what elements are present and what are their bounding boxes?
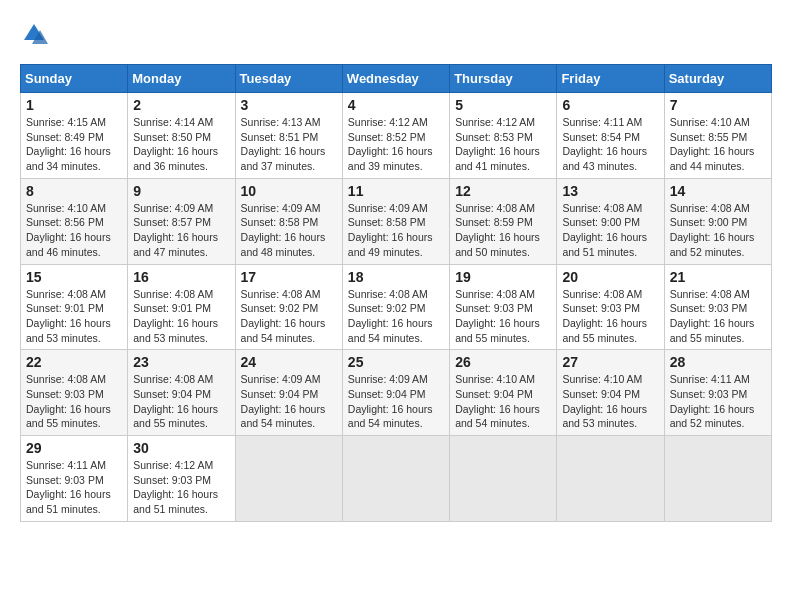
day-number: 30 <box>133 440 229 456</box>
day-info: Sunrise: 4:12 AM Sunset: 8:52 PM Dayligh… <box>348 115 444 174</box>
calendar-cell: 15Sunrise: 4:08 AM Sunset: 9:01 PM Dayli… <box>21 264 128 350</box>
day-info: Sunrise: 4:10 AM Sunset: 9:04 PM Dayligh… <box>562 372 658 431</box>
calendar-cell: 1Sunrise: 4:15 AM Sunset: 8:49 PM Daylig… <box>21 93 128 179</box>
calendar-cell: 25Sunrise: 4:09 AM Sunset: 9:04 PM Dayli… <box>342 350 449 436</box>
day-number: 17 <box>241 269 337 285</box>
day-number: 11 <box>348 183 444 199</box>
calendar-cell <box>342 436 449 522</box>
day-info: Sunrise: 4:13 AM Sunset: 8:51 PM Dayligh… <box>241 115 337 174</box>
header-day-monday: Monday <box>128 65 235 93</box>
day-number: 29 <box>26 440 122 456</box>
calendar-cell: 6Sunrise: 4:11 AM Sunset: 8:54 PM Daylig… <box>557 93 664 179</box>
calendar-cell: 28Sunrise: 4:11 AM Sunset: 9:03 PM Dayli… <box>664 350 771 436</box>
calendar-cell <box>557 436 664 522</box>
calendar-cell: 19Sunrise: 4:08 AM Sunset: 9:03 PM Dayli… <box>450 264 557 350</box>
page-header <box>20 20 772 48</box>
day-number: 9 <box>133 183 229 199</box>
header-day-friday: Friday <box>557 65 664 93</box>
week-row-3: 15Sunrise: 4:08 AM Sunset: 9:01 PM Dayli… <box>21 264 772 350</box>
calendar-cell: 29Sunrise: 4:11 AM Sunset: 9:03 PM Dayli… <box>21 436 128 522</box>
week-row-1: 1Sunrise: 4:15 AM Sunset: 8:49 PM Daylig… <box>21 93 772 179</box>
day-info: Sunrise: 4:11 AM Sunset: 9:03 PM Dayligh… <box>670 372 766 431</box>
calendar-cell: 3Sunrise: 4:13 AM Sunset: 8:51 PM Daylig… <box>235 93 342 179</box>
day-number: 2 <box>133 97 229 113</box>
day-info: Sunrise: 4:12 AM Sunset: 8:53 PM Dayligh… <box>455 115 551 174</box>
logo-icon <box>20 20 48 48</box>
day-number: 12 <box>455 183 551 199</box>
day-number: 21 <box>670 269 766 285</box>
day-number: 1 <box>26 97 122 113</box>
day-info: Sunrise: 4:09 AM Sunset: 8:58 PM Dayligh… <box>348 201 444 260</box>
day-info: Sunrise: 4:09 AM Sunset: 9:04 PM Dayligh… <box>241 372 337 431</box>
header-day-thursday: Thursday <box>450 65 557 93</box>
week-row-2: 8Sunrise: 4:10 AM Sunset: 8:56 PM Daylig… <box>21 178 772 264</box>
day-info: Sunrise: 4:08 AM Sunset: 9:00 PM Dayligh… <box>562 201 658 260</box>
day-info: Sunrise: 4:08 AM Sunset: 8:59 PM Dayligh… <box>455 201 551 260</box>
day-info: Sunrise: 4:09 AM Sunset: 8:57 PM Dayligh… <box>133 201 229 260</box>
calendar-cell: 8Sunrise: 4:10 AM Sunset: 8:56 PM Daylig… <box>21 178 128 264</box>
day-info: Sunrise: 4:08 AM Sunset: 9:02 PM Dayligh… <box>348 287 444 346</box>
day-number: 26 <box>455 354 551 370</box>
day-info: Sunrise: 4:10 AM Sunset: 8:55 PM Dayligh… <box>670 115 766 174</box>
calendar-cell <box>235 436 342 522</box>
calendar-cell: 22Sunrise: 4:08 AM Sunset: 9:03 PM Dayli… <box>21 350 128 436</box>
calendar-cell: 30Sunrise: 4:12 AM Sunset: 9:03 PM Dayli… <box>128 436 235 522</box>
day-number: 10 <box>241 183 337 199</box>
calendar-cell: 26Sunrise: 4:10 AM Sunset: 9:04 PM Dayli… <box>450 350 557 436</box>
day-number: 24 <box>241 354 337 370</box>
day-number: 25 <box>348 354 444 370</box>
calendar-cell: 20Sunrise: 4:08 AM Sunset: 9:03 PM Dayli… <box>557 264 664 350</box>
day-info: Sunrise: 4:14 AM Sunset: 8:50 PM Dayligh… <box>133 115 229 174</box>
day-info: Sunrise: 4:10 AM Sunset: 8:56 PM Dayligh… <box>26 201 122 260</box>
calendar-cell: 17Sunrise: 4:08 AM Sunset: 9:02 PM Dayli… <box>235 264 342 350</box>
day-number: 20 <box>562 269 658 285</box>
day-number: 16 <box>133 269 229 285</box>
day-number: 15 <box>26 269 122 285</box>
day-info: Sunrise: 4:08 AM Sunset: 9:03 PM Dayligh… <box>455 287 551 346</box>
calendar-cell: 12Sunrise: 4:08 AM Sunset: 8:59 PM Dayli… <box>450 178 557 264</box>
day-info: Sunrise: 4:09 AM Sunset: 8:58 PM Dayligh… <box>241 201 337 260</box>
calendar: SundayMondayTuesdayWednesdayThursdayFrid… <box>20 64 772 522</box>
calendar-cell: 14Sunrise: 4:08 AM Sunset: 9:00 PM Dayli… <box>664 178 771 264</box>
week-row-4: 22Sunrise: 4:08 AM Sunset: 9:03 PM Dayli… <box>21 350 772 436</box>
week-row-5: 29Sunrise: 4:11 AM Sunset: 9:03 PM Dayli… <box>21 436 772 522</box>
day-info: Sunrise: 4:15 AM Sunset: 8:49 PM Dayligh… <box>26 115 122 174</box>
calendar-cell: 18Sunrise: 4:08 AM Sunset: 9:02 PM Dayli… <box>342 264 449 350</box>
day-info: Sunrise: 4:10 AM Sunset: 9:04 PM Dayligh… <box>455 372 551 431</box>
calendar-cell: 10Sunrise: 4:09 AM Sunset: 8:58 PM Dayli… <box>235 178 342 264</box>
day-info: Sunrise: 4:09 AM Sunset: 9:04 PM Dayligh… <box>348 372 444 431</box>
day-number: 14 <box>670 183 766 199</box>
calendar-cell: 16Sunrise: 4:08 AM Sunset: 9:01 PM Dayli… <box>128 264 235 350</box>
day-info: Sunrise: 4:11 AM Sunset: 9:03 PM Dayligh… <box>26 458 122 517</box>
logo <box>20 20 52 48</box>
day-info: Sunrise: 4:08 AM Sunset: 9:02 PM Dayligh… <box>241 287 337 346</box>
day-number: 23 <box>133 354 229 370</box>
calendar-cell: 9Sunrise: 4:09 AM Sunset: 8:57 PM Daylig… <box>128 178 235 264</box>
day-number: 28 <box>670 354 766 370</box>
day-info: Sunrise: 4:12 AM Sunset: 9:03 PM Dayligh… <box>133 458 229 517</box>
day-number: 18 <box>348 269 444 285</box>
day-number: 7 <box>670 97 766 113</box>
calendar-cell: 21Sunrise: 4:08 AM Sunset: 9:03 PM Dayli… <box>664 264 771 350</box>
day-number: 5 <box>455 97 551 113</box>
day-info: Sunrise: 4:08 AM Sunset: 9:04 PM Dayligh… <box>133 372 229 431</box>
header-day-tuesday: Tuesday <box>235 65 342 93</box>
calendar-cell <box>664 436 771 522</box>
calendar-cell <box>450 436 557 522</box>
calendar-cell: 2Sunrise: 4:14 AM Sunset: 8:50 PM Daylig… <box>128 93 235 179</box>
day-number: 22 <box>26 354 122 370</box>
header-day-wednesday: Wednesday <box>342 65 449 93</box>
day-info: Sunrise: 4:11 AM Sunset: 8:54 PM Dayligh… <box>562 115 658 174</box>
day-info: Sunrise: 4:08 AM Sunset: 9:01 PM Dayligh… <box>26 287 122 346</box>
day-info: Sunrise: 4:08 AM Sunset: 9:03 PM Dayligh… <box>562 287 658 346</box>
calendar-cell: 24Sunrise: 4:09 AM Sunset: 9:04 PM Dayli… <box>235 350 342 436</box>
day-number: 3 <box>241 97 337 113</box>
day-info: Sunrise: 4:08 AM Sunset: 9:01 PM Dayligh… <box>133 287 229 346</box>
calendar-cell: 5Sunrise: 4:12 AM Sunset: 8:53 PM Daylig… <box>450 93 557 179</box>
calendar-cell: 13Sunrise: 4:08 AM Sunset: 9:00 PM Dayli… <box>557 178 664 264</box>
day-number: 8 <box>26 183 122 199</box>
day-info: Sunrise: 4:08 AM Sunset: 9:03 PM Dayligh… <box>670 287 766 346</box>
day-number: 4 <box>348 97 444 113</box>
calendar-header-row: SundayMondayTuesdayWednesdayThursdayFrid… <box>21 65 772 93</box>
calendar-cell: 23Sunrise: 4:08 AM Sunset: 9:04 PM Dayli… <box>128 350 235 436</box>
